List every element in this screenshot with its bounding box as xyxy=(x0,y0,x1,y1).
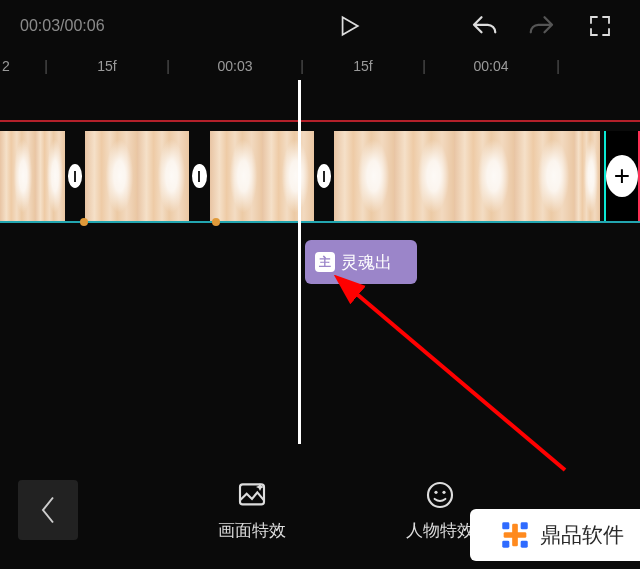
svg-point-3 xyxy=(434,490,437,493)
svg-rect-10 xyxy=(504,532,527,538)
undo-button[interactable] xyxy=(464,6,504,46)
face-effects-label: 人物特效 xyxy=(406,519,474,542)
playhead[interactable] xyxy=(298,80,301,444)
watermark: 鼎品软件 xyxy=(470,509,640,561)
video-track[interactable]: + xyxy=(0,131,640,221)
watermark-text: 鼎品软件 xyxy=(540,521,624,549)
screen-effects-label: 画面特效 xyxy=(218,519,286,542)
back-button[interactable] xyxy=(18,480,78,540)
svg-point-2 xyxy=(428,483,452,507)
play-button[interactable] xyxy=(328,6,368,46)
clip-thumbnail[interactable] xyxy=(0,131,65,221)
effect-label: 灵魂出 xyxy=(341,251,392,274)
picture-fx-icon xyxy=(236,479,268,511)
annotation-arrow xyxy=(330,275,590,485)
svg-line-0 xyxy=(352,290,565,470)
track-boundary-top xyxy=(0,120,640,122)
watermark-logo-icon xyxy=(498,518,532,552)
svg-point-4 xyxy=(442,490,445,493)
redo-button[interactable] xyxy=(522,6,562,46)
track-boundary-bottom xyxy=(0,221,640,223)
clip-split-handle[interactable] xyxy=(192,164,206,188)
keyframe-marker[interactable] xyxy=(80,218,88,226)
svg-rect-5 xyxy=(502,522,509,529)
screen-effects-button[interactable]: 画面特效 xyxy=(218,479,286,542)
time-ruler[interactable]: 2 | 15f | 00:03 | 15f | 00:04 | xyxy=(0,52,640,80)
svg-rect-6 xyxy=(521,522,528,529)
face-effects-button[interactable]: 人物特效 xyxy=(406,479,474,542)
clip-thumbnail[interactable] xyxy=(85,131,189,221)
add-clip-button[interactable]: + xyxy=(604,131,640,221)
clip-split-handle[interactable] xyxy=(68,164,82,188)
clip-thumbnail[interactable] xyxy=(334,131,600,221)
effect-badge: 主 xyxy=(315,252,335,272)
svg-rect-7 xyxy=(502,541,509,548)
clip-split-handle[interactable] xyxy=(317,164,331,188)
plus-icon: + xyxy=(606,155,638,197)
fullscreen-button[interactable] xyxy=(580,6,620,46)
keyframe-marker[interactable] xyxy=(212,218,220,226)
svg-rect-8 xyxy=(521,541,528,548)
timeline[interactable]: + 主 灵魂出 xyxy=(0,80,640,444)
time-display: 00:03/00:06 xyxy=(20,17,105,35)
